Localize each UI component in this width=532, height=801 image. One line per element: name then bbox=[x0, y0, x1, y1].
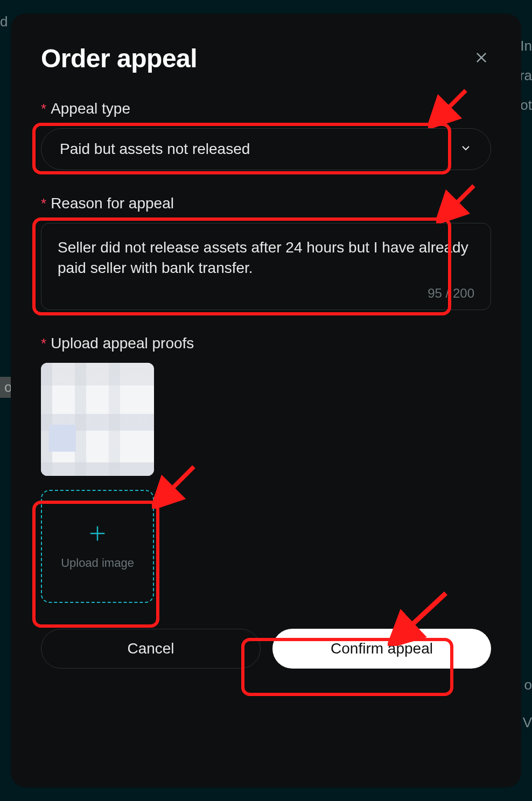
modal-title: Order appeal bbox=[41, 44, 197, 73]
required-asterisk: * bbox=[41, 335, 46, 352]
proof-image-blurred bbox=[41, 363, 154, 476]
close-button[interactable] bbox=[472, 49, 491, 68]
appeal-type-selected-value: Paid but assets not released bbox=[60, 140, 250, 158]
bg-text: V bbox=[523, 714, 532, 731]
order-appeal-modal: Order appeal * Appeal type Paid but asse… bbox=[11, 13, 521, 788]
close-icon bbox=[474, 50, 489, 67]
proofs-label: * Upload appeal proofs bbox=[41, 335, 491, 352]
appeal-type-select[interactable]: Paid but assets not released bbox=[41, 128, 491, 170]
bg-text: ot bbox=[520, 97, 532, 114]
plus-icon bbox=[87, 523, 108, 546]
required-asterisk: * bbox=[41, 195, 46, 212]
reason-section: * Reason for appeal Seller did not relea… bbox=[41, 195, 491, 310]
bg-text: d bbox=[0, 13, 8, 30]
upload-image-button[interactable]: Upload image bbox=[41, 490, 154, 603]
chevron-down-icon bbox=[459, 142, 472, 157]
reason-textarea[interactable]: Seller did not release assets after 24 h… bbox=[41, 223, 491, 310]
uploaded-proof-thumbnail[interactable] bbox=[41, 363, 154, 476]
upload-image-label: Upload image bbox=[61, 556, 134, 570]
bg-text: o bbox=[524, 677, 532, 693]
appeal-type-label-text: Appeal type bbox=[51, 100, 130, 117]
proofs-label-text: Upload appeal proofs bbox=[51, 335, 194, 352]
reason-label-text: Reason for appeal bbox=[51, 195, 174, 212]
modal-header: Order appeal bbox=[41, 44, 491, 73]
confirm-appeal-button[interactable]: Confirm appeal bbox=[272, 629, 491, 669]
bg-text: In bbox=[520, 38, 532, 54]
reason-text-value: Seller did not release assets after 24 h… bbox=[58, 237, 474, 279]
modal-button-row: Cancel Confirm appeal bbox=[41, 629, 491, 669]
appeal-type-label: * Appeal type bbox=[41, 100, 491, 117]
bg-text: ra bbox=[520, 67, 532, 84]
cancel-button[interactable]: Cancel bbox=[41, 629, 261, 669]
required-asterisk: * bbox=[41, 101, 46, 117]
proofs-section: * Upload appeal proofs Upload image bbox=[41, 335, 491, 603]
appeal-type-section: * Appeal type Paid but assets not releas… bbox=[41, 100, 491, 170]
reason-label: * Reason for appeal bbox=[41, 195, 491, 212]
reason-char-count: 95 / 200 bbox=[58, 286, 474, 301]
